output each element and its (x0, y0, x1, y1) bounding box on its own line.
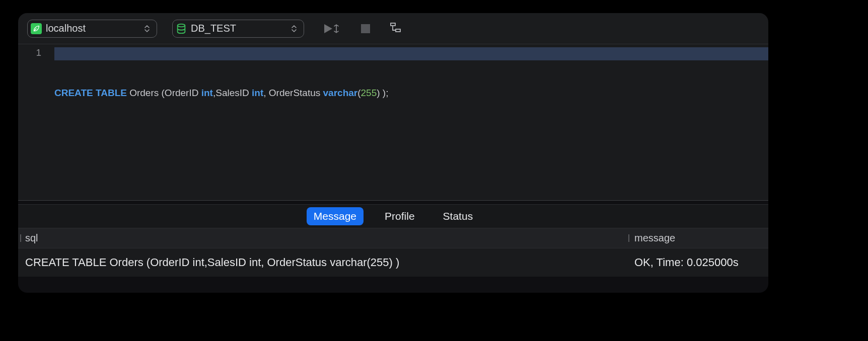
chevron-updown-icon (291, 24, 298, 34)
cell-sql: CREATE TABLE Orders (OrderID int,SalesID… (18, 256, 628, 269)
sql-editor[interactable]: 1 CREATE TABLE Orders (OrderID int,Sales… (18, 44, 768, 200)
results-body: CREATE TABLE Orders (OrderID int,SalesID… (18, 248, 768, 277)
column-header-message[interactable]: message (628, 232, 768, 244)
connection-label: localhost (46, 23, 139, 34)
toolbar-actions (322, 20, 405, 38)
column-header-sql-label: sql (25, 232, 38, 243)
panel-separator[interactable] (18, 200, 768, 204)
line-number: 1 (18, 47, 41, 58)
results-tabs: MessageProfileStatus (18, 204, 768, 228)
leaf-icon (31, 23, 42, 34)
svg-point-0 (178, 24, 185, 27)
database-selector[interactable]: DB_TEST (172, 20, 304, 38)
svg-rect-3 (396, 29, 400, 32)
tab-message[interactable]: Message (307, 207, 364, 225)
svg-rect-1 (361, 24, 370, 33)
code-area[interactable]: CREATE TABLE Orders (OrderID int,SalesID… (46, 44, 768, 200)
tab-status[interactable]: Status (436, 207, 480, 225)
editor-gutter: 1 (18, 44, 46, 200)
toolbar: localhost DB_TEST (18, 13, 768, 44)
column-header-message-label: message (634, 232, 675, 243)
app-window: localhost DB_TEST (18, 13, 768, 293)
explain-tree-button[interactable] (387, 20, 405, 38)
column-header-sql[interactable]: sql (18, 232, 628, 244)
run-button[interactable] (322, 20, 344, 38)
connection-selector[interactable]: localhost (27, 20, 157, 38)
code-line: CREATE TABLE Orders (OrderID int,SalesID… (54, 87, 768, 100)
stop-button[interactable] (356, 20, 375, 38)
database-label: DB_TEST (191, 23, 286, 34)
tab-profile[interactable]: Profile (378, 207, 422, 225)
cell-message: OK, Time: 0.025000s (628, 256, 768, 269)
database-icon (176, 23, 187, 34)
chevron-updown-icon (143, 24, 151, 34)
results-header: sql message (18, 228, 768, 248)
selection-highlight (54, 47, 768, 60)
svg-rect-2 (391, 23, 395, 26)
results-row[interactable]: CREATE TABLE Orders (OrderID int,SalesID… (18, 248, 768, 277)
